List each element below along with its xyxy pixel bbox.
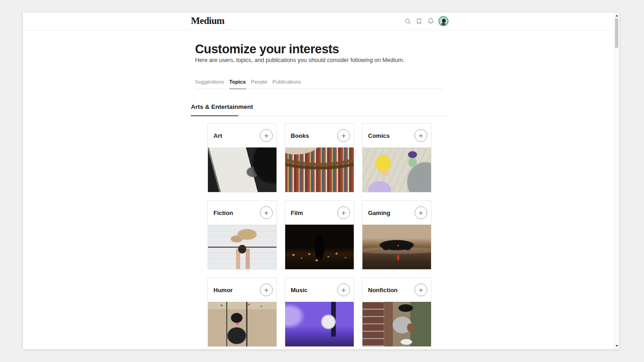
film-topic-image [285,225,354,269]
gaming-topic-image [362,225,431,269]
topic-title: Film [291,209,303,216]
fiction-topic-image [208,225,276,269]
follow-humor-button[interactable]: + [260,283,273,296]
plus-icon: + [419,132,423,139]
topic-title: Fiction [213,209,233,216]
search-icon[interactable] [404,17,411,25]
plus-icon: + [264,209,269,216]
topic-title: Music [291,287,308,294]
nav-icons [404,12,448,30]
topics-grid: Art + Books + Comics + Fiction + [207,123,431,347]
books-topic-image [285,147,354,192]
scroll-down-arrow-icon[interactable] [615,345,618,347]
follow-books-button[interactable]: + [337,129,350,142]
section-rule-accent [191,115,238,116]
topic-card-header: Gaming + [362,201,431,225]
topic-card-header: Nonfiction + [362,278,431,302]
plus-icon: + [419,287,423,294]
music-topic-image [285,302,354,346]
topic-card-books: Books + [285,123,354,192]
topic-card-film: Film + [285,200,354,270]
plus-icon: + [341,209,346,216]
topic-title: Art [213,132,222,139]
section-title: Arts & Entertainment [191,103,253,110]
topic-card-header: Comics + [362,124,431,147]
tabs: SuggestionsTopicsPeoplePublications [195,79,444,89]
topic-card-music: Music + [285,277,354,347]
plus-icon: + [341,132,346,139]
follow-art-button[interactable]: + [260,129,273,142]
tab-topics[interactable]: Topics [229,79,246,89]
bell-icon[interactable] [427,17,434,25]
topic-card-art: Art + [207,123,277,192]
topic-card-header: Humor + [208,278,276,302]
topic-card-header: Music + [285,278,354,302]
nonfiction-topic-image [362,302,431,346]
follow-film-button[interactable]: + [337,206,350,219]
topic-card-header: Fiction + [208,201,276,225]
topic-card-fiction: Fiction + [207,200,277,270]
topic-title: Gaming [368,209,390,216]
plus-icon: + [419,209,423,216]
page-scrollbar[interactable] [614,12,619,349]
medium-logo[interactable]: Medium [191,15,224,27]
plus-icon: + [341,287,346,294]
plus-icon: + [264,132,269,139]
topic-title: Humor [213,287,233,294]
follow-gaming-button[interactable]: + [414,206,427,219]
page-subtitle: Here are users, topics, and publications… [195,57,404,63]
topic-card-comics: Comics + [362,123,431,192]
bookmark-icon[interactable] [415,17,423,25]
follow-music-button[interactable]: + [337,283,350,296]
tab-publications[interactable]: Publications [272,79,301,89]
humor-topic-image [208,302,276,346]
scrollbar-thumb[interactable] [615,18,618,48]
topic-card-humor: Humor + [207,277,277,347]
top-navbar: Medium [23,12,615,30]
topic-title: Books [291,132,309,139]
topic-card-gaming: Gaming + [362,200,431,270]
follow-nonfiction-button[interactable]: + [414,283,427,296]
topic-title: Nonfiction [368,287,397,294]
main-content: Customize your interests Here are users,… [195,30,480,349]
tab-people[interactable]: People [251,79,268,89]
plus-icon: + [264,287,269,294]
topic-card-header: Books + [285,124,354,147]
follow-fiction-button[interactable]: + [260,206,273,219]
follow-comics-button[interactable]: + [414,129,427,142]
page-title: Customize your interests [195,41,339,57]
topic-card-header: Art + [208,124,276,147]
topic-card-nonfiction: Nonfiction + [362,277,431,347]
topic-card-header: Film + [285,201,354,225]
comics-topic-image [362,147,431,192]
user-avatar[interactable] [438,16,448,26]
medium-page: Medium Customize your interests Here are… [23,12,619,349]
scroll-up-arrow-icon[interactable] [615,15,618,17]
tab-suggestions[interactable]: Suggestions [195,79,224,89]
art-topic-image [208,147,276,192]
topic-title: Comics [368,132,390,139]
